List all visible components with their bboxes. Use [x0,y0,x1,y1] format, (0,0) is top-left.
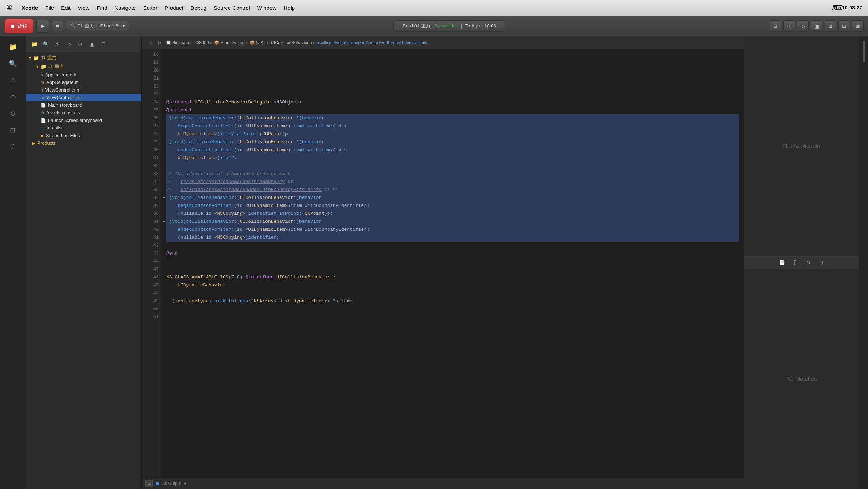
right-circle-btn[interactable]: ⊙ [803,258,813,268]
code-line-50 [166,305,739,313]
menu-file[interactable]: File [45,5,54,11]
tree-empty-11 [26,226,141,234]
menu-view[interactable]: View [78,5,89,11]
play-button[interactable]: ▶ [36,20,49,33]
code-content[interactable]: @protocol UICollisionBehaviorDelegate <N… [162,49,744,477]
line-31: 31 [142,154,162,162]
assets-icon: ⊙ [41,110,44,115]
tree-viewcontroller-m[interactable]: m ViewController.m [26,94,141,101]
nav-log-btn[interactable]: 🗒 [98,39,109,49]
scrollbar-area[interactable] [859,36,868,489]
file-m-icon: m [41,80,44,85]
layout-standard-btn[interactable]: ▣ [811,20,822,32]
stop-button[interactable]: ⏹ 暂停 [4,19,33,33]
line-37: 37 [142,202,162,210]
tree-empty-27 [26,354,141,362]
tree-main-storyboard[interactable]: 📄 Main.storyboard [26,101,141,109]
tree-products[interactable]: ▶ Products [26,139,141,147]
code-line-23 [166,90,739,98]
activity-files[interactable]: 📁 [4,39,22,55]
line-32: 32 [142,162,162,170]
sidebar-toggle-left[interactable]: ⊟ [770,20,781,32]
right-grid-btn[interactable]: ⊡ [816,258,826,268]
breadcrumb-back-btn[interactable]: ◁ [145,38,154,47]
scheme-selector[interactable]: 🔨 01-重力 | iPhone 6s ▾ [66,21,129,31]
breadcrumb-method[interactable]: ●collisionBehavior:beganContactForItem:w… [317,40,429,45]
activity-report[interactable]: 🗒 [4,139,22,155]
file-main-storyboard-label: Main.storyboard [48,102,82,108]
center-panel: ◁ ▷ 🔲 Simulator - iOS 9.0 ▸ 📦 Frameworks… [142,36,744,489]
code-49: – (instancetype)initWithItems:(NSArray<i… [166,297,353,305]
issues-icon: ⚠ [10,76,16,84]
file-viewcontroller-m-label: ViewController.m [46,95,82,100]
tree-supporting-files[interactable]: ▶ Supporting Files [26,132,141,139]
nav-files-btn[interactable]: 📁 [29,39,39,49]
activity-debug[interactable]: ⊙ [4,106,22,122]
files-icon: 📁 [9,43,17,51]
menu-source-control[interactable]: Source Control [214,5,250,11]
layout-version-btn[interactable]: ⊟ [838,20,850,32]
menu-window[interactable]: Window [257,5,276,11]
right-file-btn[interactable]: 📄 [777,258,787,268]
menu-navigate[interactable]: Navigate [114,5,136,11]
nav-back-btn[interactable]: ◁ [783,20,795,32]
breadcrumb-simulator[interactable]: 🔲 Simulator - iOS 9.0 [166,40,209,45]
menu-find[interactable]: Find [97,5,107,11]
breadcrumb-uikit[interactable]: 📦 UIKit [250,40,265,45]
tree-group-main[interactable]: ▾ 📁 01-重力 [26,62,141,71]
tree-assets[interactable]: ⊙ Assets.xcassets [26,109,141,116]
menu-help[interactable]: Help [284,5,295,11]
tree-appdelegate-m[interactable]: m AppDelegate.m [26,78,141,86]
file-tree: ▾ 📁 01-重力 ▾ 📁 01-重力 h AppDelegate.h m Ap… [26,52,141,489]
tree-empty-6 [26,187,141,195]
file-launch-storyboard-label: LaunchScreen.storyboard [48,118,102,123]
menu-xcode[interactable]: Xcode [22,5,38,11]
nav-breakpoint-btn[interactable]: ▣ [87,39,97,49]
activity-breakpoints[interactable]: ⊡ [4,122,22,138]
tree-viewcontroller-h[interactable]: h ViewController.h [26,86,141,94]
line-19: 19 [142,59,162,67]
editor-area: 18 19 20 21 22 23 24 25 26 27 28 29 30 3… [142,49,744,489]
tree-root[interactable]: ▾ 📁 01-重力 [26,54,141,62]
tree-appdelegate-h[interactable]: h AppDelegate.h [26,71,141,78]
menu-product[interactable]: Product [165,5,183,11]
menu-debug[interactable]: Debug [191,5,207,11]
output-label[interactable]: All Output [162,481,181,486]
nav-issues-btn[interactable]: ⚠ [52,39,62,49]
breadcrumb-frameworks[interactable]: 📦 Frameworks [214,40,244,45]
sep-2: ▸ [246,40,248,45]
nav-search-btn[interactable]: 🔍 [41,39,51,49]
nav-forward-btn[interactable]: ▷ [797,20,809,32]
nav-report-btn[interactable]: ◇ [64,39,74,49]
tree-info-plist[interactable]: ≡ Info.plist [26,124,141,132]
breadcrumb-file[interactable]: UICollisionBehavior.h [271,40,312,45]
tree-launch-storyboard[interactable]: 📄 LaunchScreen.storyboard [26,116,141,124]
build-status-area: Build 01-重力: Succeeded | Today at 10:06 [132,20,767,32]
code-line-18 [166,51,739,59]
stop-icon-btn[interactable]: ■ [52,21,63,31]
activity-search[interactable]: 🔍 [4,56,22,72]
apple-menu[interactable]: ⌘ [6,4,12,12]
activity-issues[interactable]: ⚠ [4,72,22,88]
sidebar-toggle-right[interactable]: ⊠ [852,20,864,32]
activity-tests[interactable]: ◇ [4,89,22,105]
nav-debug-btn[interactable]: ⊙ [75,39,85,49]
build-status-box: Build 01-重力: Succeeded | Today at 10:06 [393,20,505,32]
layout-assistant-btn[interactable]: ⊞ [825,20,836,32]
line-27: 27 [142,122,162,130]
line-43: 43 [142,250,162,258]
menu-editor[interactable]: Editor [143,5,157,11]
breadcrumb-forward-btn[interactable]: ▷ [156,38,164,47]
minus-icon-36: – [163,194,165,202]
code-line-41: (nullable id <NSCopying>)identifier; [166,234,739,242]
code-line-42 [166,242,739,250]
right-code-btn[interactable]: {} [790,258,800,268]
code-29: (void)collisionBehavior:(UICollisionBeha… [166,138,324,146]
line-51: 51 [142,313,162,321]
file-products-label: Products [37,140,56,146]
expand-btn[interactable]: ⊡ [145,480,153,487]
code-line-33: // The identifier of a boundary created … [166,170,739,178]
line-30: 30 [142,146,162,154]
scrollbar-thumb[interactable] [863,41,865,62]
menu-edit[interactable]: Edit [61,5,71,11]
